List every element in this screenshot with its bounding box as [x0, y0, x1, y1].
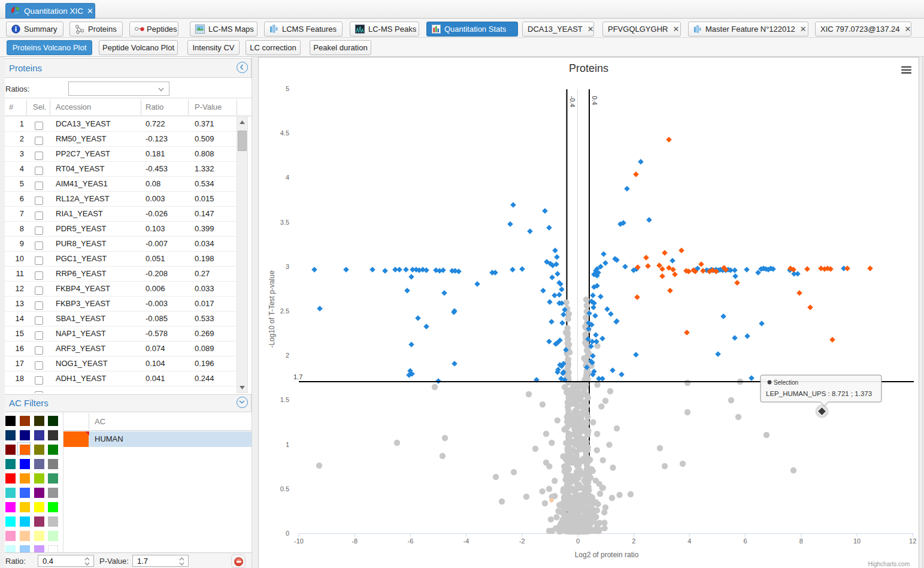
svg-text:Selection: Selection [774, 379, 798, 386]
svg-text:2: 2 [286, 352, 289, 359]
svg-text:-Log10 of T-Test p-value: -Log10 of T-Test p-value [268, 270, 276, 348]
svg-text:3: 3 [286, 263, 289, 270]
svg-text:1.7: 1.7 [293, 373, 302, 380]
svg-text:0: 0 [576, 537, 580, 545]
svg-text:-6: -6 [408, 537, 414, 545]
svg-text:LEP_HUMAN_UPS : 8.721 ; 1.373: LEP_HUMAN_UPS : 8.721 ; 1.373 [766, 390, 872, 397]
svg-text:4.5: 4.5 [280, 129, 289, 137]
svg-text:0.5: 0.5 [280, 485, 289, 493]
svg-text:2: 2 [632, 537, 635, 545]
svg-text:8: 8 [799, 537, 803, 545]
svg-text:Proteins: Proteins [569, 62, 608, 74]
svg-text:4: 4 [286, 174, 289, 181]
svg-text:-0.4: -0.4 [569, 96, 576, 107]
svg-text:-10: -10 [294, 537, 304, 545]
svg-text:1: 1 [286, 441, 289, 448]
svg-text:2.5: 2.5 [280, 307, 289, 315]
svg-text:-8: -8 [352, 537, 358, 545]
svg-text:4: 4 [687, 537, 691, 545]
svg-text:5: 5 [286, 85, 289, 92]
svg-text:6: 6 [744, 537, 747, 545]
svg-text:10: 10 [853, 537, 861, 545]
svg-text:0: 0 [286, 530, 289, 537]
svg-text:-2: -2 [519, 537, 525, 545]
svg-text:Highcharts.com: Highcharts.com [868, 561, 910, 567]
svg-text:Log2 of protein ratio: Log2 of protein ratio [575, 551, 639, 559]
svg-text:12: 12 [909, 537, 916, 545]
svg-text:0.4: 0.4 [591, 96, 598, 105]
svg-text:1.5: 1.5 [280, 396, 289, 403]
svg-text:-4: -4 [463, 537, 469, 545]
svg-text:3.5: 3.5 [280, 219, 289, 226]
